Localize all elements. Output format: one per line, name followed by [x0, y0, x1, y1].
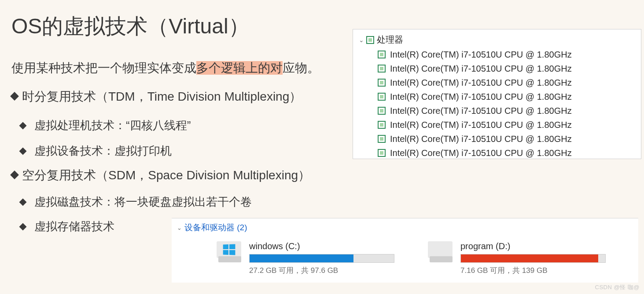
drive-d-stats: 7.16 GB 可用，共 139 GB: [460, 265, 613, 276]
drive-c-stats: 27.2 GB 可用，共 97.6 GB: [249, 265, 401, 276]
section-sdm-label: 空分复用技术（SDM，Space Division Multiplexing）: [22, 168, 310, 182]
tree-item-label: Intel(R) Core(TM) i7-10510U CPU @ 1.80GH…: [390, 90, 572, 104]
tree-item-label: Intel(R) Core(TM) i7-10510U CPU @ 1.80GH…: [390, 146, 572, 160]
drive-d-usage-bar: [460, 254, 606, 263]
description: 使用某种技术把一个物理实体变成多个逻辑上的对应物。: [11, 60, 320, 76]
tree-item-label: Intel(R) Core(TM) i7-10510U CPU @ 1.80GH…: [390, 47, 572, 62]
drive-d[interactable]: program (D:) 7.16 GB 可用，共 139 GB: [428, 241, 613, 276]
diamond-bullet-icon: [10, 171, 19, 179]
drive-c-usage-bar: [249, 254, 394, 263]
drives-panel: ⌄ 设备和驱动器 (2) windows (C:) 27.2 GB 可用，共 9…: [172, 218, 638, 283]
tree-root-label: 处理器: [377, 34, 403, 46]
diamond-bullet-icon: [19, 223, 27, 231]
watermark: CSDN @怪 咖@: [595, 283, 640, 291]
processor-tree: ⌄ 处理器 Intel(R) Core(TM) i7-10510U CPU @ …: [353, 29, 641, 159]
tree-item-cpu[interactable]: Intel(R) Core(TM) i7-10510U CPU @ 1.80GH…: [357, 62, 637, 76]
tree-item-cpu[interactable]: Intel(R) Core(TM) i7-10510U CPU @ 1.80GH…: [357, 146, 637, 160]
bullet-virtual-memory-label: 虚拟存储器技术: [34, 220, 114, 233]
tree-item-label: Intel(R) Core(TM) i7-10510U CPU @ 1.80GH…: [390, 132, 572, 146]
diamond-bullet-icon: [19, 122, 27, 130]
chevron-down-icon: ⌄: [357, 36, 365, 44]
cpu-chip-icon: [378, 51, 386, 58]
section-tdm-label: 时分复用技术（TDM，Time Division Multiplexing）: [22, 90, 302, 103]
bullet-virtual-device-label: 虚拟设备技术：虚拟打印机: [34, 144, 172, 157]
diamond-bullet-icon: [10, 92, 19, 101]
diamond-bullet-icon: [19, 199, 27, 206]
cpu-chip-icon: [378, 107, 386, 115]
diamond-bullet-icon: [19, 148, 27, 155]
drive-c-name: windows (C:): [249, 241, 401, 251]
drives-header-label: 设备和驱动器 (2): [184, 222, 247, 233]
cpu-chip-icon: [378, 121, 386, 129]
cpu-chip-icon: [378, 135, 386, 143]
cpu-chip-icon: [378, 79, 386, 87]
drive-d-name: program (D:): [460, 241, 613, 251]
tree-item-label: Intel(R) Core(TM) i7-10510U CPU @ 1.80GH…: [390, 76, 572, 90]
desc-post: 应物。: [283, 61, 320, 75]
tree-root-processor[interactable]: ⌄ 处理器: [357, 34, 637, 46]
tree-item-label: Intel(R) Core(TM) i7-10510U CPU @ 1.80GH…: [390, 104, 572, 118]
section-tdm: 时分复用技术（TDM，Time Division Multiplexing）: [11, 88, 302, 105]
windows-logo-icon: [223, 244, 236, 255]
tree-item-cpu[interactable]: Intel(R) Core(TM) i7-10510U CPU @ 1.80GH…: [357, 90, 637, 104]
tree-item-cpu[interactable]: Intel(R) Core(TM) i7-10510U CPU @ 1.80GH…: [357, 104, 637, 118]
bullet-virtual-device: 虚拟设备技术：虚拟打印机: [20, 143, 172, 159]
tree-item-label: Intel(R) Core(TM) i7-10510U CPU @ 1.80GH…: [390, 118, 572, 132]
tree-item-label: Intel(R) Core(TM) i7-10510U CPU @ 1.80GH…: [390, 62, 572, 76]
bullet-virtual-disk-label: 虚拟磁盘技术：将一块硬盘虚拟出若干个卷: [34, 195, 252, 208]
bullet-virtual-cpu: 虚拟处理机技术：“四核八线程”: [20, 118, 191, 133]
cpu-chip-icon: [378, 93, 386, 101]
cpu-chip-icon: [378, 65, 386, 73]
bullet-virtual-memory: 虚拟存储器技术: [20, 219, 114, 234]
desc-highlight: 多个逻辑上的对: [196, 61, 283, 75]
tree-item-cpu[interactable]: Intel(R) Core(TM) i7-10510U CPU @ 1.80GH…: [357, 132, 637, 146]
section-sdm: 空分复用技术（SDM，Space Division Multiplexing）: [11, 167, 310, 184]
tree-item-cpu[interactable]: Intel(R) Core(TM) i7-10510U CPU @ 1.80GH…: [357, 47, 637, 62]
bullet-virtual-disk: 虚拟磁盘技术：将一块硬盘虚拟出若干个卷: [20, 194, 252, 210]
drive-c[interactable]: windows (C:) 27.2 GB 可用，共 97.6 GB: [217, 241, 401, 276]
chevron-down-icon: ⌄: [177, 225, 182, 231]
cpu-chip-icon: [366, 36, 374, 44]
cpu-chip-icon: [378, 149, 386, 157]
desc-pre: 使用某种技术把一个物理实体变成: [11, 61, 196, 75]
tree-item-cpu[interactable]: Intel(R) Core(TM) i7-10510U CPU @ 1.80GH…: [357, 118, 637, 132]
bullet-virtual-cpu-label: 虚拟处理机技术：“四核八线程”: [34, 119, 191, 132]
drive-d-icon: [428, 241, 454, 266]
drives-header[interactable]: ⌄ 设备和驱动器 (2): [177, 222, 633, 233]
page-title: OS的虚拟技术（Virtual）: [11, 12, 250, 40]
drive-c-icon: [217, 241, 243, 266]
tree-item-cpu[interactable]: Intel(R) Core(TM) i7-10510U CPU @ 1.80GH…: [357, 76, 637, 90]
